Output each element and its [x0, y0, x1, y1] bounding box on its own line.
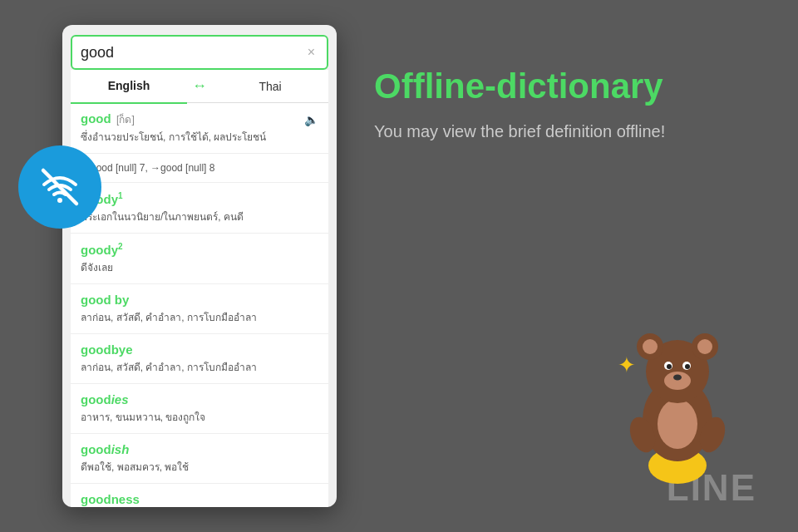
svg-point-16 — [667, 364, 672, 369]
result-term-goodbye: goodbye — [81, 342, 133, 357]
result-item-arrow: →good [null] 7, →good [null] 8 — [71, 154, 328, 183]
result-term-goodies: goodies — [81, 392, 129, 406]
svg-point-13 — [664, 372, 691, 390]
result-content-goodness: goodness คุณความดี, ความเมตดา ... — [81, 492, 318, 507]
result-phonetic-good: [ก็ด] — [116, 114, 135, 126]
svg-point-18 — [673, 375, 682, 381]
phone-mockup: good × English ↔ Thai good [ก็ด] ซึ่งอำน… — [62, 25, 337, 507]
search-clear-button[interactable]: × — [304, 42, 318, 63]
result-term-goodness: goodness — [81, 492, 140, 506]
bear-duck-illustration — [603, 312, 752, 486]
result-item-goody2[interactable]: goody2 ดีจังเลย — [71, 234, 328, 284]
result-item-goody1[interactable]: goody1 พระเอกในนวนิยาย/ในภาพยนตร์, คนดี — [71, 183, 328, 234]
result-item-goodish[interactable]: goodish ดีพอใช้, พอสมควร, พอใช้ — [71, 434, 328, 484]
language-tabs: English ↔ Thai — [71, 70, 328, 103]
result-content-goody2: goody2 ดีจังเลย — [81, 242, 318, 275]
result-definition-goodies: อาหาร, ขนมหวาน, ของถูกใจ — [81, 409, 318, 425]
result-content-goodbye: goodbye ลาก่อน, สวัสดี, คำอำลา, การโบกมื… — [81, 342, 318, 375]
svg-point-17 — [685, 364, 690, 369]
result-item-goodby[interactable]: good by ลาก่อน, สวัสดี, คำอำลา, การโบกมื… — [71, 284, 328, 334]
svg-point-0 — [57, 198, 62, 203]
lang-arrow-icon: ↔ — [187, 77, 212, 95]
result-definition-goodby: ลาก่อน, สวัสดี, คำอำลา, การโบกมืออำลา — [81, 309, 318, 325]
result-definition-goodbye: ลาก่อน, สวัสดี, คำอำลา, การโบกมืออำลา — [81, 359, 318, 375]
result-term-goody2: goody2 — [81, 243, 123, 257]
result-item-goodbye[interactable]: goodbye ลาก่อน, สวัสดี, คำอำลา, การโบกมื… — [71, 334, 328, 384]
result-definition-goody2: ดีจังเลย — [81, 259, 318, 275]
wifi-slash-icon — [37, 165, 82, 209]
svg-point-7 — [658, 399, 697, 449]
result-content-goody1: goody1 พระเอกในนวนิยาย/ในภาพยนตร์, คนดี — [81, 191, 318, 224]
offline-badge — [18, 145, 101, 229]
svg-point-12 — [697, 339, 712, 354]
bear-character — [603, 312, 752, 486]
result-definition-good: ซึ่งอำนวยประโยชน์, การใช้ได้, ผลประโยชน์ — [81, 129, 298, 145]
results-container: good [ก็ด] ซึ่งอำนวยประโยชน์, การใช้ได้,… — [71, 103, 328, 507]
promo-section: Offline-dictionary You may view the brie… — [374, 66, 732, 143]
result-term-good: good — [81, 111, 111, 126]
svg-point-10 — [643, 339, 658, 354]
tab-thai[interactable]: Thai — [212, 70, 328, 103]
result-definition-goodish: ดีพอใช้, พอสมควร, พอใช้ — [81, 459, 318, 475]
result-content-goodish: goodish ดีพอใช้, พอสมควร, พอใช้ — [81, 442, 318, 475]
result-content-goodies: goodies อาหาร, ขนมหวาน, ของถูกใจ — [81, 392, 318, 425]
background: good × English ↔ Thai good [ก็ด] ซึ่งอำน… — [0, 0, 798, 532]
result-term-goodby: good by — [81, 293, 129, 307]
search-bar[interactable]: good × — [71, 35, 328, 70]
spark-icon: ✦ — [618, 352, 636, 378]
result-item-goodness[interactable]: goodness คุณความดี, ความเมตดา ... — [71, 484, 328, 507]
promo-subtitle: You may view the brief definition offlin… — [374, 120, 732, 143]
result-content-goodby: good by ลาก่อน, สวัสดี, คำอำลา, การโบกมื… — [81, 293, 318, 325]
result-definition-goody1: พระเอกในนวนิยาย/ในภาพยนตร์, คนดี — [81, 209, 318, 224]
promo-title: Offline-dictionary — [374, 66, 732, 106]
result-item-good[interactable]: good [ก็ด] ซึ่งอำนวยประโยชน์, การใช้ได้,… — [71, 103, 328, 154]
result-term-goodish: goodish — [81, 442, 129, 456]
result-content-good: good [ก็ด] ซึ่งอำนวยประโยชน์, การใช้ได้,… — [81, 111, 298, 145]
search-input[interactable]: good — [81, 35, 304, 70]
sound-icon[interactable]: 🔈 — [304, 113, 318, 126]
result-item-goodies[interactable]: goodies อาหาร, ขนมหวาน, ของถูกใจ — [71, 384, 328, 434]
tab-english[interactable]: English — [71, 69, 187, 104]
